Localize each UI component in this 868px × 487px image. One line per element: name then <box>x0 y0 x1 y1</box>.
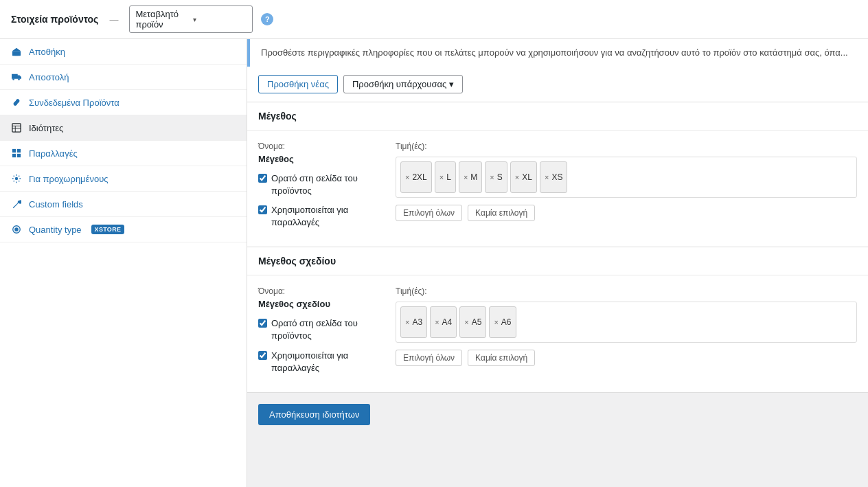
svg-point-14 <box>15 228 18 231</box>
chevron-down-icon: ▾ <box>449 79 454 89</box>
tags-container-megethos-sxediou: ×A3×A4×A5×A6 <box>396 302 857 343</box>
sidebar-item-label: Αποθήκη <box>29 47 65 57</box>
tag-remove-M[interactable]: × <box>464 173 468 181</box>
tag-text-XL: XL <box>522 172 532 182</box>
link-icon <box>11 97 22 108</box>
sidebar-item-label: Παραλλαγές <box>29 148 78 159</box>
svg-rect-4 <box>12 124 21 132</box>
values-label-megethos-sxediou: Τιμή(ές): <box>396 286 857 296</box>
attributes-container: ΜέγεθοςΌνομα:ΜέγεθοςΟρατό στη σελίδα του… <box>247 102 868 394</box>
truck-icon <box>11 71 22 82</box>
svg-point-3 <box>18 78 20 80</box>
tag-text-S: S <box>497 172 503 182</box>
sidebar-item-idiotites[interactable]: Ιδιότητες <box>0 115 247 141</box>
visible-label-megethos: Ορατό στη σελίδα του προϊόντος <box>271 172 396 197</box>
save-button[interactable]: Αποθήκευση ιδιοτήτων <box>258 404 370 425</box>
svg-rect-8 <box>12 149 16 152</box>
chevron-down-icon: ▾ <box>193 16 247 23</box>
sidebar-item-apostoli[interactable]: Αποστολή <box>0 65 247 90</box>
tag-text-M: M <box>470 172 477 182</box>
values-label-megethos: Τιμή(ές): <box>396 141 857 151</box>
tag-text-A5: A5 <box>472 317 482 327</box>
tag-remove-XS[interactable]: × <box>545 173 549 181</box>
select-all-button-megethos[interactable]: Επιλογή όλων <box>396 205 462 221</box>
add-existing-button[interactable]: Προσθήκη υπάρχουσας ▾ <box>343 75 463 93</box>
add-new-button[interactable]: Προσθήκη νέας <box>258 75 338 93</box>
action-bar: Προσθήκη νέας Προσθήκη υπάρχουσας ▾ <box>247 67 868 102</box>
visible-checkbox-row-megethos-sxediou: Ορατό στη σελίδα του προϊόντος <box>258 317 396 342</box>
sidebar-item-label: Quantity type <box>29 225 82 235</box>
used-checkbox-megethos-sxediou[interactable] <box>258 351 267 360</box>
attribute-right-megethos-sxediou: Τιμή(ές):×A3×A4×A5×A6Επιλογή όλωνΚαμία ε… <box>396 286 857 381</box>
tag-XS: ×XS <box>540 161 567 193</box>
sidebar: ΑποθήκηΑποστολήΣυνδεδεμένα ΠροϊόνταΙδιότ… <box>0 39 247 487</box>
tag-text-A6: A6 <box>501 317 512 327</box>
tag-text-2XL: 2XL <box>412 172 426 182</box>
visible-checkbox-row-megethos: Ορατό στη σελίδα του προϊόντος <box>258 172 396 197</box>
select-buttons-megethos-sxediou: Επιλογή όλωνΚαμία επιλογή <box>396 350 857 366</box>
name-value-megethos-sxediou: Μέγεθος σχεδίου <box>258 299 396 309</box>
svg-rect-11 <box>17 154 21 157</box>
attribute-section-megethos: ΜέγεθοςΌνομα:ΜέγεθοςΟρατό στη σελίδα του… <box>247 102 868 248</box>
top-bar-label: Στοιχεία προϊόντος <box>11 14 98 25</box>
used-label-megethos: Χρησιμοποιείται για παραλλαγές <box>271 204 396 229</box>
help-icon[interactable]: ? <box>261 13 273 25</box>
save-bar: Αποθήκευση ιδιοτήτων <box>247 393 868 436</box>
tag-A4: ×A4 <box>430 306 457 338</box>
sidebar-item-apotheiki[interactable]: Αποθήκη <box>0 39 247 65</box>
sidebar-item-label: Για προχωρημένους <box>29 174 108 184</box>
tag-remove-2XL[interactable]: × <box>405 173 409 181</box>
tag-text-L: L <box>446 172 451 182</box>
attribute-header-megethos-sxediou: Μέγεθος σχεδίου <box>247 247 868 275</box>
info-banner-text: Προσθέστε περιγραφικές πληροφορίες που ο… <box>261 47 848 58</box>
tag-remove-S[interactable]: × <box>490 173 494 181</box>
tag-remove-A5[interactable]: × <box>464 318 468 326</box>
attribute-body-megethos: Όνομα:ΜέγεθοςΟρατό στη σελίδα του προϊόν… <box>247 131 868 247</box>
tag-A6: ×A6 <box>489 306 516 338</box>
visible-label-megethos-sxediou: Ορατό στη σελίδα του προϊόντος <box>271 317 396 342</box>
sidebar-item-syndedemena[interactable]: Συνδεδεμένα Προϊόντα <box>0 90 247 115</box>
xstore-badge: XSTORE <box>91 225 125 234</box>
attribute-right-megethos: Τιμή(ές):×2XL×L×M×S×XL×XSΕπιλογή όλωνΚαμ… <box>396 141 857 236</box>
tag-S: ×S <box>485 161 507 193</box>
tag-2XL: ×2XL <box>400 161 432 193</box>
sidebar-item-quantity-type[interactable]: Quantity typeXSTORE <box>0 217 247 242</box>
sidebar-item-paralages[interactable]: Παραλλαγές <box>0 141 247 166</box>
attribute-left-megethos-sxediou: Όνομα:Μέγεθος σχεδίουΟρατό στη σελίδα το… <box>258 286 396 381</box>
tag-text-XS: XS <box>551 172 562 182</box>
tag-remove-A4[interactable]: × <box>435 318 439 326</box>
product-type-value: Μεταβλητό προϊόν <box>135 9 189 30</box>
visible-checkbox-megethos[interactable] <box>258 174 267 183</box>
gear-icon <box>11 173 22 184</box>
name-label-megethos-sxediou: Όνομα: <box>258 286 396 296</box>
used-checkbox-row-megethos-sxediou: Χρησιμοποιείται για παραλλαγές <box>258 350 396 374</box>
name-value-megethos: Μέγεθος <box>258 154 396 164</box>
select-none-button-megethos-sxediou[interactable]: Καμία επιλογή <box>468 350 535 366</box>
tag-remove-A3[interactable]: × <box>405 318 409 326</box>
tag-remove-XL[interactable]: × <box>515 173 519 181</box>
product-type-select[interactable]: Μεταβλητό προϊόν ▾ <box>129 5 253 33</box>
used-checkbox-megethos[interactable] <box>258 205 267 214</box>
tag-remove-L[interactable]: × <box>439 173 444 181</box>
select-buttons-megethos: Επιλογή όλωνΚαμία επιλογή <box>396 205 857 221</box>
sidebar-item-custom-fields[interactable]: Custom fields <box>0 192 247 217</box>
warehouse-icon <box>11 46 22 57</box>
svg-point-12 <box>15 177 18 180</box>
tag-XL: ×XL <box>510 161 537 193</box>
svg-rect-1 <box>14 53 18 56</box>
wrench-icon <box>11 199 22 209</box>
sidebar-item-label: Custom fields <box>29 199 83 209</box>
grid-icon <box>11 148 22 159</box>
top-bar-separator: — <box>109 14 118 25</box>
select-none-button-megethos[interactable]: Καμία επιλογή <box>468 205 535 221</box>
tag-A5: ×A5 <box>459 306 486 338</box>
visible-checkbox-megethos-sxediou[interactable] <box>258 319 267 328</box>
page-wrapper: Στοιχεία προϊόντος — Μεταβλητό προϊόν ▾ … <box>0 0 868 487</box>
attribute-header-megethos: Μέγεθος <box>247 102 868 131</box>
tag-remove-A6[interactable]: × <box>494 318 498 326</box>
circle-icon <box>11 224 22 235</box>
name-label-megethos: Όνομα: <box>258 141 396 151</box>
sidebar-item-gia-pros[interactable]: Για προχωρημένους <box>0 166 247 192</box>
used-checkbox-row-megethos: Χρησιμοποιείται για παραλλαγές <box>258 204 396 229</box>
select-all-button-megethos-sxediou[interactable]: Επιλογή όλων <box>396 350 462 366</box>
